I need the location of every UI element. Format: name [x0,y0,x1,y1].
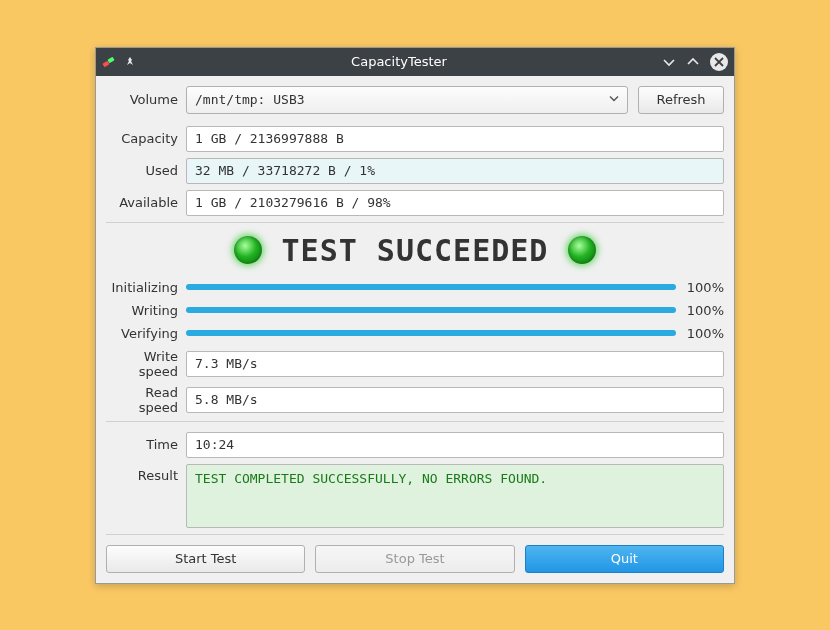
window-title: CapacityTester [136,54,662,69]
writing-progress [186,307,676,313]
separator [106,534,724,535]
write-speed-label: Write speed [106,349,186,379]
verifying-pct: 100% [676,326,724,341]
initializing-label: Initializing [106,280,186,295]
quit-button[interactable]: Quit [525,545,724,573]
initializing-progress [186,284,676,290]
result-label: Result [106,464,186,483]
verifying-label: Verifying [106,326,186,341]
pin-icon[interactable] [124,56,136,68]
maximize-button[interactable] [686,55,700,69]
write-speed-field: 7.3 MB/s [186,351,724,377]
status-lamp-left [234,236,262,264]
used-field: 32 MB / 33718272 B / 1% [186,158,724,184]
status-text: TEST SUCCEEDED [282,233,549,268]
status-lamp-right [568,236,596,264]
read-speed-label: Read speed [106,385,186,415]
initializing-pct: 100% [676,280,724,295]
titlebar[interactable]: CapacityTester [96,48,734,76]
used-label: Used [106,163,186,178]
writing-label: Writing [106,303,186,318]
result-field: TEST COMPLETED SUCCESSFULLY, NO ERRORS F… [186,464,724,528]
close-button[interactable] [710,53,728,71]
refresh-button[interactable]: Refresh [638,86,724,114]
capacity-field: 1 GB / 2136997888 B [186,126,724,152]
volume-label: Volume [106,92,186,107]
available-label: Available [106,195,186,210]
capacity-label: Capacity [106,131,186,146]
minimize-button[interactable] [662,55,676,69]
volume-select-value: /mnt/tmp: USB3 [195,92,305,107]
stop-test-button: Stop Test [315,545,514,573]
time-field: 10:24 [186,432,724,458]
app-icon [102,55,116,69]
separator [106,421,724,422]
volume-select[interactable]: /mnt/tmp: USB3 [186,86,628,114]
start-test-button[interactable]: Start Test [106,545,305,573]
app-window: CapacityTester Volume /mnt/tmp: USB3 [95,47,735,584]
svg-rect-0 [102,60,109,66]
separator [106,222,724,223]
writing-pct: 100% [676,303,724,318]
svg-rect-1 [107,56,114,62]
read-speed-field: 5.8 MB/s [186,387,724,413]
verifying-progress [186,330,676,336]
time-label: Time [106,437,186,452]
available-field: 1 GB / 2103279616 B / 98% [186,190,724,216]
